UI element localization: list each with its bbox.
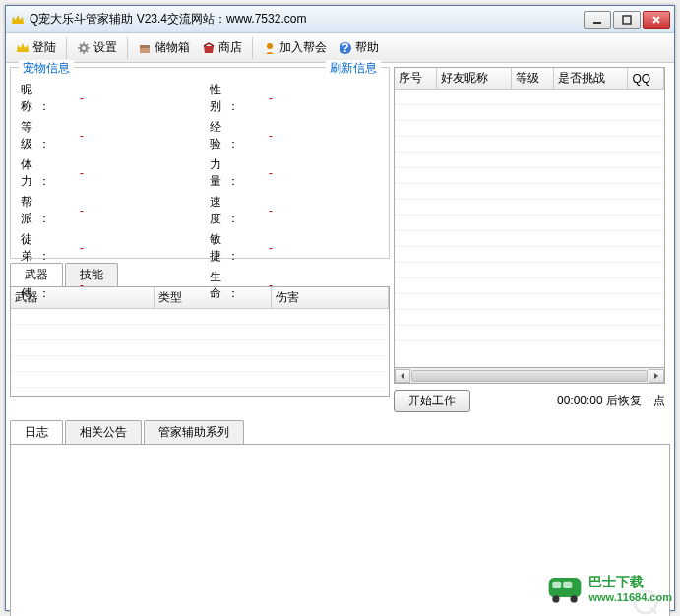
svg-point-12	[553, 595, 560, 602]
help-label: 帮助	[355, 39, 379, 56]
settings-label: 设置	[93, 39, 117, 56]
svg-rect-11	[564, 582, 573, 588]
shop-button[interactable]: 商店	[196, 37, 248, 58]
table-row	[395, 247, 664, 263]
friends-col-nick[interactable]: 好友昵称	[437, 68, 511, 90]
refresh-info-link[interactable]: 刷新信息	[326, 60, 381, 77]
join-button[interactable]: 加入帮会	[257, 37, 333, 58]
table-row	[395, 326, 664, 341]
pet-info-group: 宠物信息 刷新信息 昵 称：- 性 别：- 等 级：- 经 验：- 体 力：- …	[10, 67, 390, 259]
maximize-button[interactable]	[613, 11, 641, 29]
svg-point-2	[81, 45, 87, 51]
storage-label: 储物箱	[155, 39, 190, 56]
table-row	[395, 294, 664, 310]
apprentice-value: -	[80, 241, 84, 255]
svg-rect-1	[623, 16, 631, 24]
site-name: 巴士下载	[588, 574, 672, 591]
pet-info-title: 宠物信息	[19, 60, 74, 77]
site-url: www.11684.com	[588, 591, 672, 603]
scroll-right-arrow[interactable]	[649, 369, 664, 383]
help-icon: ?	[339, 41, 352, 55]
scroll-left-arrow[interactable]	[395, 369, 410, 383]
countdown-label: 00:00:00 后恢复一点	[478, 393, 665, 409]
settings-button[interactable]: 设置	[71, 37, 123, 58]
table-row	[395, 278, 664, 294]
app-icon	[10, 12, 26, 28]
window-title: Q宠大乐斗管家辅助 V23.4交流网站：www.7532.com	[30, 11, 584, 28]
table-row	[11, 325, 389, 340]
separator	[66, 37, 67, 59]
weapon-table[interactable]: 武器 类型 伤害	[10, 286, 390, 397]
separator	[252, 37, 253, 59]
shop-icon	[202, 41, 216, 55]
table-row	[11, 340, 389, 356]
join-label: 加入帮会	[279, 39, 327, 56]
tab-weapon[interactable]: 武器	[10, 263, 63, 286]
toolbar: 登陆 设置 储物箱 商店 加入帮会 ? 帮助	[6, 33, 674, 63]
title-bar: Q宠大乐斗管家辅助 V23.4交流网站：www.7532.com	[6, 6, 674, 33]
help-button[interactable]: ? 帮助	[333, 37, 385, 58]
life-label: 生 命：	[210, 269, 269, 302]
gear-icon	[77, 41, 91, 55]
gender-label: 性 别：	[210, 82, 269, 115]
minimize-button[interactable]	[584, 11, 611, 29]
login-button[interactable]: 登陆	[10, 37, 62, 58]
shop-label: 商店	[218, 39, 242, 56]
tab-log[interactable]: 日志	[10, 420, 63, 444]
friends-table[interactable]: 序号 好友昵称 等级 是否挑战 QQ	[394, 67, 665, 368]
friends-col-idx[interactable]: 序号	[395, 68, 437, 90]
table-row	[395, 90, 664, 105]
agility-label: 敏 捷：	[210, 231, 269, 265]
power-label: 力 量：	[210, 156, 269, 190]
bus-icon	[545, 569, 585, 608]
level-label: 等 级：	[21, 119, 80, 153]
svg-point-5	[267, 43, 273, 49]
table-row	[11, 309, 389, 325]
agility-value: -	[269, 241, 273, 255]
tab-series[interactable]: 管家辅助系列	[144, 420, 244, 444]
friends-col-challenge[interactable]: 是否挑战	[554, 68, 628, 90]
table-row	[395, 231, 664, 247]
stamina-value: -	[80, 166, 84, 180]
join-icon	[263, 41, 277, 55]
table-row	[395, 137, 664, 153]
login-label: 登陆	[32, 39, 56, 56]
svg-text:?: ?	[341, 41, 348, 55]
svg-rect-4	[140, 45, 150, 48]
svg-point-13	[571, 595, 578, 602]
speed-label: 速 度：	[210, 194, 269, 227]
table-row	[395, 184, 664, 200]
table-row	[395, 168, 664, 184]
table-row	[395, 121, 664, 137]
stamina-label: 体 力：	[21, 156, 80, 190]
apprentice-label: 徒 弟：	[21, 231, 80, 265]
speed-value: -	[269, 204, 273, 217]
svg-rect-0	[593, 22, 601, 24]
main-window: Q宠大乐斗管家辅助 V23.4交流网站：www.7532.com 登陆 设置 储…	[5, 5, 675, 611]
level-value: -	[80, 129, 84, 143]
life-value: -	[269, 278, 273, 292]
tab-notice[interactable]: 相关公告	[65, 420, 142, 444]
table-row	[11, 356, 389, 372]
master-value: -	[80, 278, 84, 292]
scroll-thumb[interactable]	[411, 370, 648, 382]
close-button[interactable]	[643, 11, 670, 29]
table-row	[395, 105, 664, 121]
friends-col-qq[interactable]: QQ	[628, 68, 664, 90]
separator	[127, 37, 128, 59]
start-work-button[interactable]: 开始工作	[394, 390, 470, 412]
table-row	[395, 216, 664, 231]
site-badge: 巴士下载 www.11684.com	[545, 569, 672, 608]
nickname-label: 昵 称：	[21, 82, 80, 115]
nickname-value: -	[80, 92, 84, 105]
storage-button[interactable]: 储物箱	[132, 37, 196, 58]
table-row	[395, 200, 664, 216]
svg-rect-10	[553, 582, 562, 588]
crown-icon	[16, 41, 30, 55]
faction-label: 帮 派：	[21, 194, 80, 227]
table-row	[11, 372, 389, 388]
exp-label: 经 验：	[210, 119, 269, 153]
faction-value: -	[80, 204, 84, 217]
friends-col-level[interactable]: 等级	[511, 68, 554, 90]
horizontal-scrollbar[interactable]	[394, 368, 665, 384]
